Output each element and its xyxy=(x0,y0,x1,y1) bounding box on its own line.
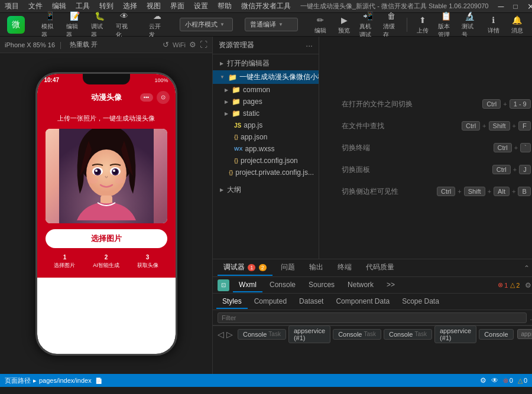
header-dots-icon[interactable]: ••• xyxy=(140,93,153,102)
detail-btn[interactable]: ℹ 详情 xyxy=(483,14,504,36)
projectprivate-label: project.private.config.js... xyxy=(235,168,314,177)
sim-settings-icon[interactable]: ⚙ xyxy=(189,40,196,49)
menu-item-settings[interactable]: 设置 xyxy=(194,1,208,11)
step-1-label: 选择图片 xyxy=(54,262,75,269)
menu-item-weixin[interactable]: 微信开发者工具 xyxy=(241,1,291,11)
main-content-area: 资源管理器 ··· ▶ 打开的编辑器 ▼ 📁 一键生成动漫头像微信小程序 xyxy=(213,37,532,259)
filter-input[interactable] xyxy=(218,312,527,323)
console-chip-appidden[interactable]: appdden xyxy=(517,329,532,339)
menu-item-help[interactable]: 帮助 xyxy=(218,1,232,11)
portrait-image xyxy=(46,129,167,223)
clear-cache-btn[interactable]: 🗑 清缓存 xyxy=(381,9,402,40)
menu-item-interface[interactable]: 界面 xyxy=(170,1,184,11)
debugger-badge-2: 2 xyxy=(259,264,267,271)
real-debug-btn[interactable]: 📲 真机调试 xyxy=(357,9,378,40)
bottom-right: ⚙ 👁 ⊗ 0 △ 0 xyxy=(480,376,527,385)
sim-rotate-icon[interactable]: ↺ xyxy=(163,40,169,49)
upload-btn[interactable]: ⬆ 上传 xyxy=(412,14,433,36)
test-btn[interactable]: 🔬 测试号 xyxy=(459,9,481,40)
warnings-val: 0 xyxy=(524,377,527,384)
compile-dropdown[interactable]: 普通编译 ▼ xyxy=(245,18,298,31)
style-tab-styles[interactable]: Styles xyxy=(216,295,248,309)
settings-bottom-icon[interactable]: ⚙ xyxy=(480,376,486,385)
settings-devtool-icon[interactable]: ⚙ xyxy=(522,279,532,291)
preview-btn[interactable]: ▶ 预览 xyxy=(333,14,355,36)
codequality-label: 代码质量 xyxy=(366,263,394,271)
app-header: 动漫头像 ••• ⊙ xyxy=(37,87,176,108)
inspect-icon[interactable]: ⊡ xyxy=(218,279,229,291)
project-label: 一键生成动漫头像微信小程序 xyxy=(239,72,319,82)
svg-point-2 xyxy=(86,149,126,197)
warn-icon: △ xyxy=(510,281,515,289)
console-chip-1[interactable]: Console Task xyxy=(238,329,286,340)
tree-open-editors[interactable]: ▶ 打开的编辑器 xyxy=(213,57,319,70)
console-chip-appservice-1[interactable]: appservice (#1) xyxy=(288,325,330,343)
key-ctrl-3: Ctrl xyxy=(494,143,512,152)
console-chip-3[interactable]: Console Task xyxy=(384,329,432,340)
breadcrumb: 页面路径 ▸ pages/index/index 📄 xyxy=(5,376,102,385)
hotarea-btn[interactable]: 热重载 开 xyxy=(66,39,101,50)
select-image-btn[interactable]: 选择图片 xyxy=(46,229,167,248)
app-image-box xyxy=(46,129,167,223)
warnings-count: △ 0 xyxy=(518,377,527,385)
style-tab-computed[interactable]: Computed xyxy=(248,295,293,309)
appservice-2-label: appservice (#1) xyxy=(440,327,471,341)
style-tab-component[interactable]: Component Data xyxy=(330,295,395,309)
tree-appwxss[interactable]: WX app.wxss xyxy=(213,143,319,155)
nav-fwd-icon[interactable]: ▷ xyxy=(226,330,233,339)
toolbar-sep-6 xyxy=(407,18,407,32)
clear-cache-icon: 🗑 xyxy=(386,11,397,21)
svg-point-12 xyxy=(115,178,124,184)
sim-wifi-icon[interactable]: WiFi xyxy=(173,41,186,48)
devtool-console[interactable]: Console xyxy=(264,278,301,292)
version-btn[interactable]: 📋 版本管理 xyxy=(436,9,457,40)
cloud-btn[interactable]: ☁ 云开发 xyxy=(147,9,168,40)
expand-icon[interactable]: ⌃ xyxy=(521,262,532,274)
edit-btn[interactable]: ✏ 编辑 xyxy=(310,14,331,36)
devtool-network[interactable]: Network xyxy=(342,278,379,292)
console-chip-2[interactable]: Console Task xyxy=(333,329,381,340)
message-btn[interactable]: 🔔 消息 xyxy=(507,14,528,36)
nav-back-icon[interactable]: ◁ xyxy=(218,330,224,339)
style-tab-scope[interactable]: Scope Data xyxy=(396,295,445,309)
editor-btn[interactable]: 📝 编辑器 xyxy=(64,9,85,40)
shortcut-toggle-terminal: 切换终端 Ctrl + ` xyxy=(342,143,531,153)
key-backtick: ` xyxy=(520,143,531,152)
preview-bottom-icon[interactable]: 👁 xyxy=(491,376,498,385)
debug-tab-codequality[interactable]: 代码质量 xyxy=(360,260,400,276)
mode-dropdown[interactable]: 小程序模式 ▼ xyxy=(180,18,233,31)
tree-outline[interactable]: ▶ 大纲 xyxy=(213,183,319,197)
tree-appjs[interactable]: JS app.js xyxy=(213,119,319,131)
style-tab-dataset[interactable]: Dataset xyxy=(293,295,329,309)
devtool-more[interactable]: >> xyxy=(381,278,401,292)
sim-fullscreen-icon[interactable]: ⛶ xyxy=(200,40,207,49)
tree-projectprivate[interactable]: {} project.private.config.js... xyxy=(213,167,319,178)
debug-tab-issues[interactable]: 问题 xyxy=(275,260,301,276)
debugger-btn[interactable]: 🐛 调试器 xyxy=(89,9,110,40)
resource-dots[interactable]: ··· xyxy=(306,41,313,50)
console-chip-4[interactable]: Console xyxy=(479,329,513,340)
tree-appjson[interactable]: {} app.json xyxy=(213,131,319,143)
tree-project[interactable]: ▼ 📁 一键生成动漫头像微信小程序 xyxy=(213,70,319,84)
preview-icon: ▶ xyxy=(339,15,349,25)
styles-label: Styles xyxy=(222,297,242,305)
debug-tab-debugger[interactable]: 调试器 1 2 xyxy=(218,260,273,276)
shortcut-switch-files-desc: 在打开的文件之间切换 xyxy=(342,99,413,109)
upload-icon: ⬆ xyxy=(417,15,428,25)
header-camera-icon[interactable]: ⊙ xyxy=(157,91,170,104)
debugger-icon: 🐛 xyxy=(94,11,105,21)
tree-common[interactable]: ▶ 📁 common xyxy=(213,84,319,96)
debug-tab-terminal[interactable]: 终端 xyxy=(332,260,358,276)
styles-tabs: Styles Computed Dataset Component Data S… xyxy=(213,294,532,310)
visual-btn[interactable]: 👁 可视化 xyxy=(113,9,135,40)
tree-projectconfig[interactable]: {} project.config.json xyxy=(213,155,319,167)
devtool-sources[interactable]: Sources xyxy=(303,278,340,292)
menu-item-project[interactable]: 项目 xyxy=(5,1,19,11)
resource-header: 资源管理器 ··· xyxy=(213,37,319,54)
devtool-wxml[interactable]: Wxml xyxy=(233,278,262,292)
simulator-btn[interactable]: 📱 模拟器 xyxy=(39,9,60,40)
tree-static[interactable]: ▶ 📁 static xyxy=(213,108,319,119)
console-chip-appservice-2[interactable]: appservice (#1) xyxy=(434,325,476,343)
debug-tab-output[interactable]: 输出 xyxy=(303,260,329,276)
tree-pages[interactable]: ▶ 📁 pages xyxy=(213,96,319,108)
